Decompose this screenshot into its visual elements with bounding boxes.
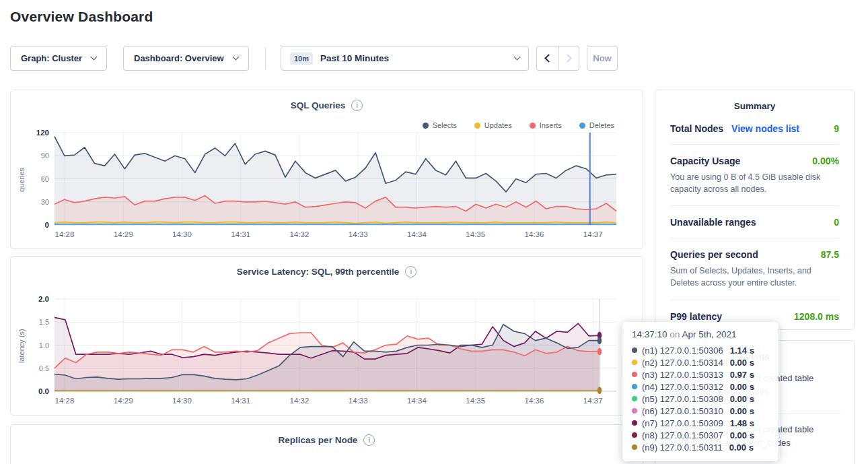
svg-text:14:29: 14:29 [114,397,133,405]
time-prev-button[interactable] [536,46,558,71]
tooltip-series-dot-icon [632,432,637,438]
chevron-down-icon [514,54,521,61]
summary-row-main: Total NodesView nodes list9 [670,123,839,134]
tooltip-node-value: 0.00 s [730,430,754,440]
svg-text:1.0: 1.0 [39,341,49,350]
latency-title: Service Latency: SQL, 99th percentile [237,267,400,277]
svg-text:14:31: 14:31 [231,397,250,405]
tooltip-node-label: (n8) 127.0.0.1:50307 [642,430,723,440]
summary-row-description: Sum of Selects, Updates, Inserts, and De… [670,265,839,289]
summary-row-label: P99 latency [670,311,722,322]
tooltip-row: (n8) 127.0.0.1:503070.00 s [632,429,769,441]
svg-text:1.5: 1.5 [39,318,49,326]
svg-text:14:29: 14:29 [114,230,133,238]
page-title: Overview Dashboard [10,9,153,25]
tooltip-node-label: (n6) 127.0.0.1:50310 [642,406,723,416]
tooltip-timestamp: 14:37:10 on Apr 5th, 2021 [632,329,769,339]
toolbar-divider [265,47,266,69]
summary-title: Summary [655,101,854,111]
info-icon[interactable]: i [363,434,375,446]
summary-row-main: Capacity Usage0.00% [670,156,839,166]
svg-text:14:28: 14:28 [55,397,75,405]
tooltip-row: (n7) 127.0.0.1:503091.48 s [632,417,769,429]
tooltip-node-value: 0.00 s [730,358,754,368]
summary-row-label: Capacity Usage [670,156,740,166]
tooltip-series-dot-icon [632,372,637,377]
svg-text:0.5: 0.5 [39,364,49,372]
tooltip-node-label: (n5) 127.0.0.1:50308 [642,394,723,404]
tooltip-node-label: (n9) 127.0.0.1:50311 [642,442,723,453]
svg-text:14:28: 14:28 [55,230,75,238]
time-range-badge: 10m [290,53,313,65]
svg-text:14:37: 14:37 [583,397,603,405]
time-range-value: Past 10 Minutes [320,53,507,63]
summary-row: Unavailable ranges0 [670,206,839,238]
chart-hover-tooltip: 14:37:10 on Apr 5th, 2021 (n1) 127.0.0.1… [622,322,779,461]
summary-row-main: Unavailable ranges0 [670,217,839,228]
sql-queries-chart[interactable]: 14:2814:2914:3014:3114:3214:3314:3414:35… [11,127,644,245]
tooltip-series-dot-icon [632,420,637,426]
summary-row: Capacity Usage0.00%You are using 0 B of … [670,145,839,206]
summary-row-label: Total Nodes [670,123,723,134]
dashboard-dropdown-label: Dashboard: Overview [134,53,224,63]
time-range-dropdown[interactable]: 10m Past 10 Minutes [281,46,529,71]
summary-row-description: You are using 0 B of 4.5 GiB usable disk… [670,171,839,195]
time-next-button[interactable] [558,46,579,71]
svg-text:14:32: 14:32 [290,230,310,238]
tooltip-row: (n4) 127.0.0.1:503120.00 s [632,380,769,393]
tooltip-series-dot-icon [632,408,637,413]
svg-text:14:36: 14:36 [525,230,544,238]
tooltip-node-label: (n2) 127.0.0.1:50314 [642,358,723,368]
sql-queries-title: SQL Queries [291,100,346,110]
svg-text:14:33: 14:33 [349,230,368,238]
chevron-down-icon [233,54,240,61]
svg-text:0: 0 [45,221,49,229]
svg-text:2.0: 2.0 [38,295,49,303]
svg-text:30: 30 [41,198,49,206]
svg-text:14:37: 14:37 [583,230,603,238]
svg-text:120: 120 [36,129,49,137]
graph-dropdown-label: Graph: Cluster [21,53,82,63]
now-button[interactable]: Now [587,46,618,71]
tooltip-row: (n6) 127.0.0.1:503100.00 s [632,405,769,417]
summary-row-value: 1208.0 ms [794,311,839,322]
tooltip-node-value: 0.00 s [730,394,754,404]
dashboard-dropdown[interactable]: Dashboard: Overview [123,46,249,71]
info-icon[interactable]: i [405,266,417,277]
tooltip-node-value: 0.00 s [730,382,754,392]
summary-row-label: Unavailable ranges [670,217,756,228]
replicas-card: Replicas per Node i [10,424,643,464]
tooltip-series-dot-icon [632,444,637,450]
tooltip-row: (n1) 127.0.0.1:503061.14 s [632,344,769,356]
summary-row: Queries per second87.5Sum of Selects, Up… [670,238,839,300]
tooltip-row: (n3) 127.0.0.1:503130.97 s [632,368,769,380]
tooltip-node-value: 1.14 s [730,345,754,356]
tooltip-node-value: 0.00 s [730,406,754,416]
view-nodes-link[interactable]: View nodes list [731,123,799,134]
tooltip-series-dot-icon [632,360,637,365]
svg-text:14:31: 14:31 [231,230,250,238]
summary-row: Total NodesView nodes list9 [670,112,839,145]
svg-text:14:34: 14:34 [407,230,427,238]
svg-text:60: 60 [41,175,49,183]
svg-text:14:35: 14:35 [466,397,485,405]
tooltip-node-value: 0.00 s [729,442,754,453]
svg-text:14:33: 14:33 [349,397,368,405]
tooltip-node-label: (n3) 127.0.0.1:50313 [642,370,723,380]
tooltip-node-label: (n4) 127.0.0.1:50312 [642,382,723,392]
tooltip-row: (n5) 127.0.0.1:503080.00 s [632,393,769,405]
info-icon[interactable]: i [351,100,363,111]
svg-text:14:30: 14:30 [172,230,192,238]
latency-card: Service Latency: SQL, 99th percentile i … [10,256,643,416]
svg-text:14:32: 14:32 [290,397,310,405]
svg-text:14:35: 14:35 [466,230,485,238]
tooltip-node-value: 0.97 s [730,370,754,380]
summary-row-value: 87.5 [821,249,839,260]
graph-dropdown[interactable]: Graph: Cluster [10,46,107,71]
summary-row-main: P99 latency1208.0 ms [670,311,839,322]
summary-row-value: 0.00% [812,156,839,166]
summary-row-main: Queries per second87.5 [670,249,839,260]
latency-chart[interactable]: 14:2814:2914:3014:3114:3214:3314:3414:35… [11,294,644,411]
summary-panel: Summary Total NodesView nodes list9Capac… [655,90,855,330]
tooltip-node-label: (n7) 127.0.0.1:50309 [642,418,723,428]
